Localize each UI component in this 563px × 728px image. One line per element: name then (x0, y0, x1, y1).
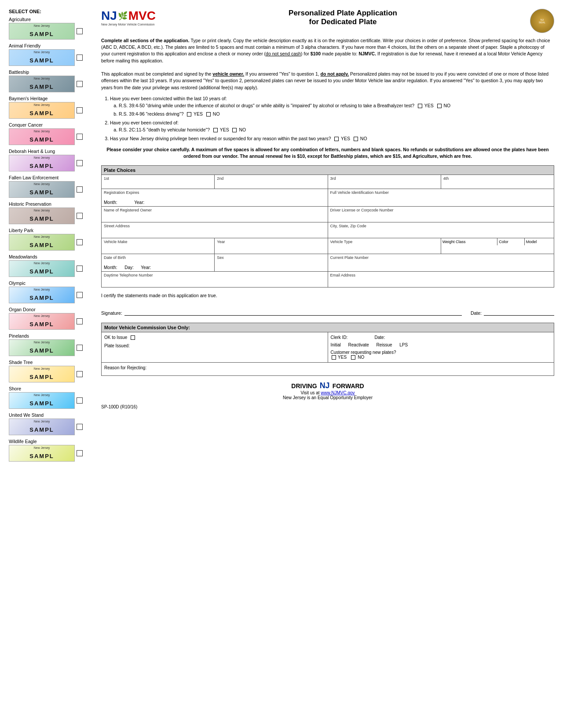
dob-year: Year: (141, 265, 151, 270)
plate-checkbox-fallen-law[interactable] (77, 186, 83, 193)
signature-field: Signature: (101, 307, 462, 316)
q1a-no-box[interactable] (437, 104, 442, 108)
signature-line-input[interactable] (124, 307, 462, 316)
plate-item-baymen: Baymen's HeritageNew JerseySAMPL (9, 96, 97, 119)
mvc-right-cell: Clerk ID: Date: Initial Reactivate Reiss… (328, 332, 554, 362)
plate-choices-table: Plate Choices 1st 2nd 3rd 4th Registrati… (101, 165, 554, 288)
dob-cell: Date of Birth Month: Day: Year: (102, 254, 215, 271)
plate-checkbox-organ-donor[interactable] (77, 318, 83, 324)
main-content: NJ 🌿 MVC New Jersey Motor Vehicle Commis… (101, 9, 554, 465)
sidebar: SELECT ONE: AgricultureNew JerseySAMPLAn… (9, 9, 97, 465)
year-label-reg: Year: (134, 200, 144, 205)
q1b-no-box[interactable] (206, 112, 211, 116)
plate-label-shore: Shore (9, 386, 97, 391)
plate-row-wildlife-eagle: New JerseySAMPL (9, 445, 97, 462)
plate-label-historic: Historic Preservation (9, 201, 97, 207)
plate-checkbox-olympic[interactable] (77, 292, 83, 298)
vehicle-type-cell: Vehicle Type (328, 238, 441, 254)
plate-row-organ-donor: New JerseySAMPL (9, 313, 97, 330)
choice-4th: 4th (441, 175, 554, 189)
plate-image-pinelands: New JerseySAMPL (9, 339, 75, 356)
ok-to-issue-row: OK to Issue (104, 335, 325, 340)
visit-url-row: Visit us at www.NJMVC.gov (101, 390, 554, 395)
plate-label-animal-friendly: Animal Friendly (9, 43, 97, 48)
plate-label-fallen-law: Fallen Law Enforcement (9, 175, 97, 180)
plate-image-liberty-park: New JerseySAMPL (9, 234, 75, 251)
bold-notice: Please consider your choice carefully. A… (101, 146, 554, 160)
plate-checkbox-conquer-cancer[interactable] (77, 134, 83, 140)
email-cell: Email Address (328, 271, 554, 287)
current-plate-cell: Current Plate Number (328, 254, 554, 271)
plate-item-conquer-cancer: Conquer CancerNew JerseySAMPL (9, 122, 97, 145)
plate-choices-header: Plate Choices (102, 165, 554, 175)
plate-checkbox-historic[interactable] (77, 213, 83, 219)
ok-to-issue-checkbox[interactable] (131, 335, 135, 340)
q1a-yes-box[interactable] (418, 104, 422, 108)
plate-label-shade-tree: Shade Tree (9, 360, 97, 365)
plate-image-historic: New JerseySAMPL (9, 207, 75, 224)
signature-label: Signature: (101, 310, 122, 316)
logo-leaf: 🌿 (118, 11, 128, 21)
plate-image-baymen: New JerseySAMPL (9, 102, 75, 119)
date-line-input[interactable] (484, 307, 554, 316)
plate-checkbox-united-we-stand[interactable] (77, 424, 83, 430)
page-title-line2: for Dedicated Plate (156, 18, 530, 26)
q2a-yes-box[interactable] (213, 128, 218, 132)
plate-image-shore: New JerseySAMPL (9, 392, 75, 409)
model-cell: Model (524, 238, 554, 245)
plate-row-meadowlands: New JerseySAMPL (9, 260, 97, 277)
plate-row-animal-friendly: New JerseySAMPL (9, 49, 97, 66)
color-cell: Color (497, 238, 524, 245)
plate-label-pinelands: Pinelands (9, 333, 97, 339)
plate-checkbox-baymen[interactable] (77, 107, 83, 113)
question-1a: R.S. 39:4-50 "driving while under the in… (119, 102, 554, 109)
plate-label-olympic: Olympic (9, 280, 97, 286)
plate-item-liberty-park: Liberty ParkNew JerseySAMPL (9, 228, 97, 251)
plate-row-united-we-stand: New JerseySAMPL (9, 419, 97, 435)
plate-item-shade-tree: Shade TreeNew JerseySAMPL (9, 360, 97, 382)
plate-checkbox-liberty-park[interactable] (77, 239, 83, 245)
q2a-no-box[interactable] (232, 128, 237, 132)
choice-2nd: 2nd (215, 175, 328, 189)
clerk-id-row: Clerk ID: Date: (331, 335, 552, 340)
form-number: SP-100D (R10/16) (101, 404, 554, 409)
weight-class-cell: Weight Class (441, 238, 497, 245)
instructions-para1: Complete all sections of the application… (101, 37, 554, 64)
plate-label-battleship: Battleship (9, 69, 97, 75)
q1b-yes-box[interactable] (187, 112, 191, 116)
plate-item-meadowlands: MeadowlandsNew JerseySAMPL (9, 254, 97, 277)
plate-checkbox-shade-tree[interactable] (77, 371, 83, 377)
plate-image-shade-tree: New JerseySAMPL (9, 366, 75, 382)
plate-image-animal-friendly: New JerseySAMPL (9, 49, 75, 66)
date-label: Date: (471, 310, 482, 316)
njmvc-url[interactable]: www.NJMVC.gov (321, 390, 355, 395)
instructions-para2: This application must be completed and s… (101, 71, 554, 91)
choice-3rd: 3rd (328, 175, 441, 189)
plate-row-shade-tree: New JerseySAMPL (9, 366, 97, 382)
plate-item-olympic: OlympicNew JerseySAMPL (9, 280, 97, 303)
plate-checkbox-animal-friendly[interactable] (77, 55, 83, 61)
plate-label-agriculture: Agriculture (9, 17, 97, 22)
plate-image-deborah: New JerseySAMPL (9, 155, 75, 171)
plate-checkbox-agriculture[interactable] (77, 28, 83, 34)
plate-checkbox-deborah[interactable] (77, 160, 83, 166)
plate-item-agriculture: AgricultureNew JerseySAMPL (9, 17, 97, 40)
logo-mvc: MVC (128, 9, 156, 23)
plate-issued-row: Plate Issued: (104, 343, 325, 348)
question-2a: R.S. 2C:11-5 "death by vehicular homicid… (119, 127, 554, 134)
njmvc-logo: NJ 🌿 MVC New Jersey Motor Vehicle Commis… (101, 9, 156, 26)
new-plates-no-box[interactable] (351, 355, 355, 360)
plate-image-agriculture: New JerseySAMPL (9, 23, 75, 40)
plate-image-battleship: New JerseySAMPL (9, 76, 75, 92)
equal-opportunity: New Jersey is an Equal Opportunity Emplo… (101, 395, 554, 400)
plate-row-fallen-law: New JerseySAMPL (9, 181, 97, 198)
plate-checkbox-meadowlands[interactable] (77, 266, 83, 272)
plate-checkbox-wildlife-eagle[interactable] (77, 450, 83, 456)
q3-no-box[interactable] (354, 137, 358, 141)
new-plates-yes-box[interactable] (332, 355, 336, 360)
q3-yes-box[interactable] (334, 137, 339, 141)
plate-checkbox-pinelands[interactable] (77, 345, 83, 351)
plate-checkbox-shore[interactable] (77, 397, 83, 404)
plate-row-agriculture: New JerseySAMPL (9, 23, 97, 40)
plate-checkbox-battleship[interactable] (77, 81, 83, 87)
